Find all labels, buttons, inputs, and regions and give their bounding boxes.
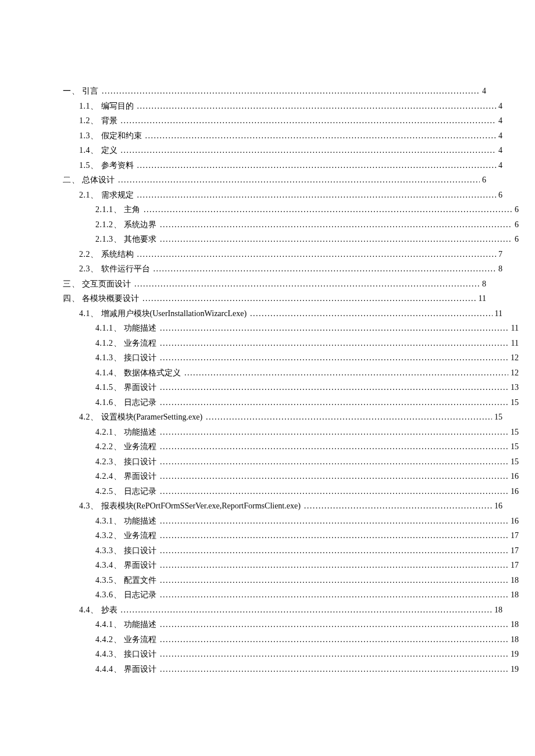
toc-entry-title: 界面设计: [124, 472, 159, 481]
toc-leader-dots: [120, 606, 493, 614]
toc-entry-number: 四、: [63, 295, 82, 303]
toc-entry[interactable]: 四、各模块概要设计11: [63, 295, 486, 303]
toc-entry-title: 交互页面设计: [82, 280, 133, 288]
toc-entry-number: 2.1、: [79, 191, 101, 199]
toc-entry[interactable]: 4.2.3、接口设计15: [95, 458, 519, 466]
toc-entry-number: 4.3.4、: [95, 561, 124, 569]
toc-leader-dots: [136, 102, 497, 110]
toc-entry-title: 界面设计: [124, 665, 159, 673]
toc-entry-number: 4.1.2、: [95, 339, 124, 347]
toc-entry[interactable]: 4.4.3、接口设计19: [95, 650, 519, 658]
toc-entry-title: 界面设计: [124, 384, 159, 392]
toc-entry[interactable]: 4.4.4、界面设计19: [95, 665, 519, 673]
toc-entry[interactable]: 4.4、抄表18: [79, 606, 502, 614]
toc-entry-number: 2.3、: [79, 265, 101, 273]
toc-entry[interactable]: 4.2.4、界面设计16: [95, 472, 519, 481]
toc-entry-title: 功能描述: [124, 428, 159, 436]
toc-entry-number: 2.1.2、: [95, 221, 124, 229]
toc-leader-dots: [159, 576, 508, 585]
toc-entry[interactable]: 1.3、假定和约束4: [79, 132, 502, 140]
toc-entry[interactable]: 4.3.1、功能描述16: [95, 517, 519, 525]
toc-entry[interactable]: 4.1.2、业务流程11: [95, 339, 519, 347]
toc-entry-title: 数据体格式定义: [124, 369, 183, 377]
toc-entry-title: 接口设计: [124, 458, 159, 466]
toc-entry-number: 4.4、: [79, 606, 101, 614]
toc-entry[interactable]: 4.1.3、接口设计12: [95, 354, 519, 362]
toc-entry[interactable]: 2.1、需求规定6: [79, 191, 502, 199]
toc-entry[interactable]: 4.3.6、日志记录18: [95, 591, 519, 599]
toc-leader-dots: [117, 176, 480, 184]
toc-entry-page: 6: [496, 191, 502, 199]
toc-entry-title: 业务流程: [124, 443, 159, 451]
toc-entry[interactable]: 一、引言4: [63, 87, 486, 95]
toc-entry[interactable]: 4.2.2、业务流程15: [95, 443, 519, 451]
toc-entry[interactable]: 4.3、报表模块(RePOrtFOrmSSerVer.exe,ReportFor…: [79, 502, 502, 510]
toc-entry[interactable]: 三、交互页面设计8: [63, 280, 486, 288]
toc-entry[interactable]: 1.5、参考资料4: [79, 162, 502, 170]
toc-leader-dots: [142, 206, 512, 214]
toc-leader-dots: [120, 117, 497, 125]
toc-entry[interactable]: 4.3.4、界面设计17: [95, 561, 519, 569]
toc-entry-number: 4.2、: [79, 413, 101, 421]
toc-leader-dots: [183, 369, 508, 377]
toc-entry-number: 2.1.3、: [95, 235, 124, 243]
toc-entry[interactable]: 2.1.2、系统边界6: [95, 221, 519, 229]
toc-entry[interactable]: 4.2.1、功能描述15: [95, 428, 519, 436]
toc-entry[interactable]: 1.4、定义4: [79, 146, 502, 155]
toc-entry-title: 配置文件: [124, 576, 159, 585]
toc-entry-title: 报表模块(RePOrtFOrmSSerVer.exe,ReportFormsCl…: [101, 502, 303, 510]
toc-entry[interactable]: 4.1.4、数据体格式定义12: [95, 369, 519, 377]
toc-entry[interactable]: 4.2、设置模块(ParamerSetting.exe)15: [79, 413, 502, 421]
toc-entry-page: 4: [496, 102, 502, 110]
toc-leader-dots: [159, 472, 508, 481]
toc-entry-page: 6: [480, 176, 486, 184]
toc-entry[interactable]: 4.3.3、接口设计17: [95, 547, 519, 555]
toc-entry[interactable]: 4.4.2、业务流程18: [95, 636, 519, 644]
toc-entry[interactable]: 4.2.5、日志记录16: [95, 488, 519, 496]
toc-entry[interactable]: 4.3.2、业务流程17: [95, 532, 519, 540]
toc-entry[interactable]: 4.1.1、功能描述11: [95, 324, 519, 332]
toc-entry-page: 15: [492, 413, 502, 421]
toc-leader-dots: [159, 235, 512, 243]
toc-entry[interactable]: 4.3.5、配置文件18: [95, 576, 519, 585]
toc-entry[interactable]: 2.2、系统结构7: [79, 250, 502, 259]
toc-entry[interactable]: 4.1、增减用户模块(UserInstallationWizarcLexe)11: [79, 310, 502, 318]
toc-entry-number: 4.4.4、: [95, 665, 124, 673]
toc-leader-dots: [159, 443, 508, 451]
toc-leader-dots: [159, 517, 508, 525]
toc-leader-dots: [159, 324, 509, 332]
toc-entry-number: 4.3.5、: [95, 576, 124, 585]
toc-entry-page: 4: [496, 132, 502, 140]
toc-entry[interactable]: 2.1.1、主角6: [95, 206, 519, 214]
toc-leader-dots: [152, 265, 497, 273]
toc-leader-dots: [136, 162, 497, 170]
toc-entry-page: 6: [512, 235, 519, 243]
toc-entry-page: 18: [492, 606, 502, 614]
toc-entry[interactable]: 2.1.3、其他要求6: [95, 235, 519, 243]
toc-entry-number: 4.1.4、: [95, 369, 124, 377]
toc-entry[interactable]: 4.4.1、功能描述18: [95, 621, 519, 629]
toc-entry-title: 接口设计: [124, 650, 159, 658]
toc-entry[interactable]: 4.1.6、日志记录15: [95, 399, 519, 407]
toc-entry[interactable]: 2.3、软件运行平台8: [79, 265, 502, 273]
toc-entry-page: 4: [496, 117, 502, 125]
toc-entry[interactable]: 二、总体设计6: [63, 176, 486, 184]
toc-entry-page: 8: [480, 280, 486, 288]
toc-entry-title: 其他要求: [124, 235, 159, 243]
toc-entry-page: 6: [512, 206, 519, 214]
toc-leader-dots: [159, 399, 508, 407]
toc-entry[interactable]: 1.1、编写目的4: [79, 102, 502, 110]
toc-entry-page: 16: [508, 488, 519, 496]
toc-entry-number: 4.3.2、: [95, 532, 124, 540]
toc-entry-page: 18: [508, 636, 519, 644]
toc-entry-number: 二、: [63, 176, 82, 184]
toc-leader-dots: [136, 191, 497, 199]
toc-leader-dots: [159, 547, 508, 555]
toc-entry-title: 功能描述: [124, 621, 159, 629]
toc-entry-page: 4: [480, 87, 486, 95]
toc-entry-title: 引言: [82, 87, 101, 95]
toc-entry-page: 17: [508, 561, 519, 569]
toc-entry[interactable]: 1.2、背景4: [79, 117, 502, 125]
toc-entry[interactable]: 4.1.5、界面设计13: [95, 384, 519, 392]
toc-leader-dots: [120, 146, 497, 155]
